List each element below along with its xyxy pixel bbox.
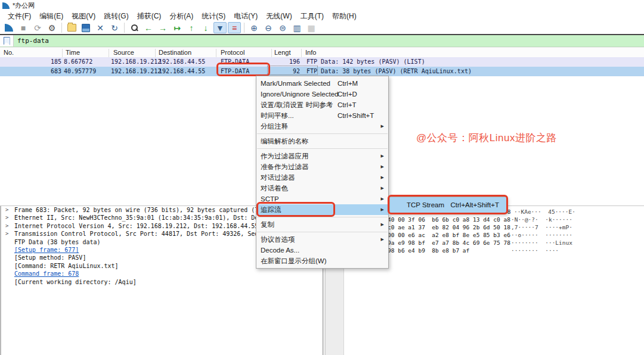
- bookmark-icon: [4, 37, 10, 45]
- menu-item-packet-comment[interactable]: 分组注释: [256, 121, 388, 132]
- expand-arrow-icon[interactable]: >: [5, 214, 8, 222]
- menu-separator: [257, 232, 388, 232]
- reset-layout-icon[interactable]: ▦: [305, 22, 318, 33]
- resize-columns-icon[interactable]: ▥: [290, 22, 304, 33]
- colorize-icon[interactable]: ≡: [228, 22, 241, 33]
- menu-item-time-shift[interactable]: 时间平移...Ctrl+Shift+T: [256, 110, 388, 121]
- go-back-icon[interactable]: ←: [142, 22, 155, 33]
- display-filter-bar: ftp-data: [0, 35, 644, 47]
- column-time[interactable]: Time: [66, 49, 80, 56]
- expand-arrow-icon[interactable]: >: [5, 222, 8, 230]
- toolbar-separator: [244, 23, 244, 33]
- main-toolbar: ■ ⟳ ⚙ ✕ ↻ ← → ↦ ↑ ↓ ▼ ≡ ⊕ ⊖ ⊜ ▥ ▦: [0, 21, 644, 34]
- watermark-annotation: @公众号：阿秋Linux进阶之路: [416, 131, 557, 145]
- packet-context-menu: Mark/Unmark SelectedCtrl+M Ignore/Unigno…: [256, 76, 389, 269]
- menu-analyze[interactable]: 分析(A): [165, 11, 197, 22]
- titlebar: *办公网: [0, 0, 644, 11]
- protocol-highlight-box: [216, 63, 270, 76]
- menu-item-protocol-preferences[interactable]: 协议首选项: [256, 234, 388, 245]
- menu-telephony[interactable]: 电话(Y): [230, 11, 262, 22]
- wireshark-logo-icon: [2, 2, 10, 9]
- column-protocol[interactable]: Protocol: [221, 49, 244, 56]
- zoom-in-icon[interactable]: ⊕: [247, 22, 261, 33]
- packet-row-185[interactable]: 185 8.667672 192.168.19.212 192.168.44.5…: [0, 57, 644, 67]
- save-file-icon[interactable]: [79, 22, 92, 33]
- detail-working-directory[interactable]: [Current working directory: /Aqiu]: [1, 278, 323, 286]
- window-title: *办公网: [13, 1, 35, 10]
- packet-row-683-selected[interactable]: 683 40.957779 192.168.19.212 192.168.44.…: [0, 67, 644, 76]
- menu-item-prepare-as-filter[interactable]: 准备作为过滤器: [256, 161, 388, 172]
- detail-command-frame-link[interactable]: Command frame: 678: [1, 270, 323, 278]
- menu-help[interactable]: 帮助(H): [328, 11, 361, 22]
- menu-separator: [257, 148, 388, 149]
- expand-arrow-icon[interactable]: >: [5, 230, 8, 238]
- column-source[interactable]: Source: [113, 49, 134, 56]
- filter-bookmark-button[interactable]: [0, 35, 14, 46]
- menu-item-colorize-conversation[interactable]: 对话着色: [256, 183, 388, 194]
- menu-item-copy[interactable]: 复制: [256, 219, 388, 230]
- restart-capture-icon[interactable]: ⟳: [31, 22, 44, 33]
- reload-file-icon[interactable]: ↻: [108, 22, 121, 33]
- menu-item-conversation-filter[interactable]: 对话过滤器: [256, 172, 388, 183]
- menu-tools[interactable]: 工具(T): [296, 11, 328, 22]
- go-bottom-icon[interactable]: ↓: [199, 22, 212, 33]
- menu-separator: [257, 217, 388, 217]
- tcp-stream-highlight-box: [388, 195, 508, 214]
- menu-capture[interactable]: 捕获(C): [133, 11, 166, 22]
- menu-separator: [257, 133, 388, 134]
- filter-input[interactable]: ftp-data: [17, 37, 49, 45]
- menu-item-time-reference[interactable]: 设置/取消设置 时间参考Ctrl+T: [256, 99, 388, 110]
- go-to-packet-icon[interactable]: ↦: [171, 22, 184, 33]
- expand-arrow-icon[interactable]: >: [5, 206, 8, 214]
- menu-item-edit-resolved-name[interactable]: 编辑解析的名称: [256, 136, 388, 147]
- go-forward-icon[interactable]: →: [156, 22, 169, 33]
- go-top-icon[interactable]: ↑: [185, 22, 198, 33]
- close-file-icon[interactable]: ✕: [94, 22, 107, 33]
- stop-capture-icon[interactable]: ■: [17, 22, 30, 33]
- start-capture-icon[interactable]: [2, 22, 16, 33]
- column-destination[interactable]: Destination: [159, 49, 191, 56]
- menubar: 文件(F) 编辑(E) 视图(V) 跳转(G) 捕获(C) 分析(A) 统计(S…: [0, 11, 644, 21]
- find-packet-icon[interactable]: [128, 22, 141, 33]
- menu-view[interactable]: 视图(V): [67, 11, 100, 22]
- toolbar-separator: [61, 23, 62, 33]
- column-length[interactable]: Lengt: [274, 49, 291, 56]
- toolbar-separator: [124, 23, 125, 33]
- menu-item-show-in-new-window[interactable]: 在新窗口显示分组(W): [256, 256, 388, 266]
- menu-go[interactable]: 跳转(G): [100, 11, 132, 22]
- column-no[interactable]: No.: [4, 49, 14, 56]
- menu-wireless[interactable]: 无线(W): [262, 11, 296, 22]
- capture-options-icon[interactable]: ⚙: [45, 22, 58, 33]
- packet-bytes-pane: 08··KAe··· 45····E· 40 00 3f 06 b6 6b c0…: [345, 206, 644, 355]
- column-info[interactable]: Info: [305, 49, 316, 56]
- menu-file[interactable]: 文件(F): [4, 11, 35, 22]
- menu-statistics[interactable]: 统计(S): [197, 11, 230, 22]
- cell-focus-outline: [267, 66, 318, 75]
- follow-stream-highlight-box: [256, 202, 335, 217]
- open-file-icon[interactable]: [65, 22, 78, 33]
- menu-item-mark-unmark[interactable]: Mark/Unmark SelectedCtrl+M: [256, 78, 388, 89]
- wireshark-window: *办公网 文件(F) 编辑(E) 视图(V) 跳转(G) 捕获(C) 分析(A)…: [0, 0, 644, 355]
- menu-item-ignore-unignore[interactable]: Ignore/Unignore SelectedCtrl+D: [256, 89, 388, 99]
- auto-scroll-icon[interactable]: ▼: [213, 22, 227, 33]
- zoom-100-icon[interactable]: ⊜: [276, 22, 289, 33]
- menu-item-decode-as[interactable]: Decode As...: [256, 245, 388, 256]
- menu-edit[interactable]: 编辑(E): [35, 11, 67, 22]
- menu-item-apply-as-filter[interactable]: 作为过滤器应用: [256, 151, 388, 161]
- zoom-out-icon[interactable]: ⊖: [262, 22, 275, 33]
